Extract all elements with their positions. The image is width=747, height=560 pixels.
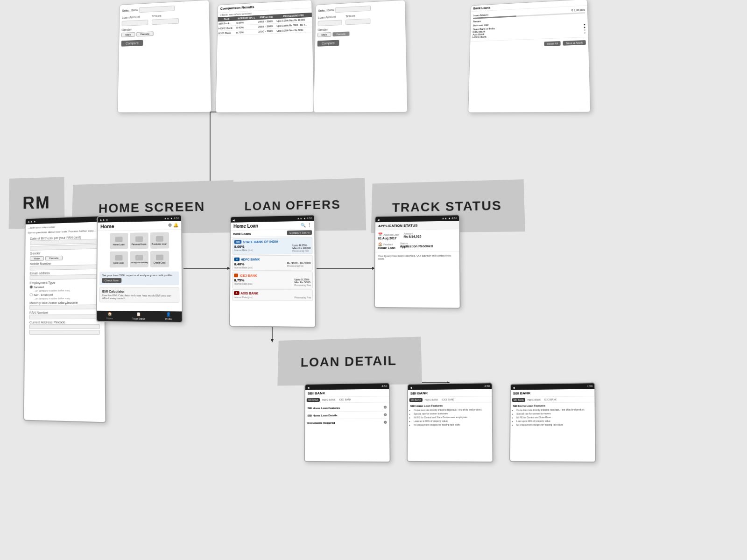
feature-item: Home loan rate directly linked to repo r… [516, 408, 592, 411]
feature-item: Nil prepayment charges for floating rate… [414, 423, 490, 427]
product-value: Home Loan [378, 246, 395, 250]
male-form[interactable]: Male [30, 256, 44, 261]
sbi-features-label1: SBI Home Loan Features [308, 406, 340, 410]
hdfc-fee-label: Processing Fee [287, 264, 311, 267]
icici-tab2[interactable]: ICICI BANK [440, 398, 455, 401]
sbi-fee-label: Processing Fee [292, 249, 310, 252]
credit-card-icon[interactable]: Credit Card [150, 251, 169, 267]
loan-offers-phone: ◀▲▲ ▲ 4:50 Home Loan 🔍 ⋮ Bank Loans Comp… [229, 214, 316, 328]
feature-item: Loan up to 90% of property value [516, 420, 592, 423]
hdfc-tab3[interactable]: HDFC BANK [526, 398, 542, 402]
axis-fee-label: Processing Fee [295, 296, 311, 299]
sbi-features-expand1[interactable]: ⚙ [383, 405, 387, 409]
credit-text: Get your free CIBIL report and analyse y… [102, 274, 177, 277]
profile-tab[interactable]: 👤Profile [165, 312, 172, 321]
hdfc-rate-label: Interest Rate (p.a) [234, 266, 252, 269]
sbi-details-label1: SBI Home Loan Details [307, 414, 337, 417]
sbi-bank-row[interactable]: SBI STATE BANK OF INDIA 8.00% Interest R… [233, 237, 313, 255]
credit-box: Get your free CIBIL report and analyse y… [99, 272, 179, 285]
axis-bank-row[interactable]: A AXIS BANK Interest Rate (p.a) Processi… [232, 289, 313, 301]
sbi-tab3[interactable]: SBI BANK [512, 398, 525, 402]
home-title-icons: ⚙ 🔔 [168, 223, 178, 227]
sbi-detail-phone-3: ◀4:50 SBI BANK SBI BANK HDFC BANK ICICI … [509, 382, 596, 462]
sbi-badge: SBI [234, 240, 242, 244]
amount-value: Rs 8/14,025 [404, 235, 422, 238]
address-field: Current Address Pincode [29, 321, 100, 335]
loan-detail-label: LOAN DETAIL [277, 337, 422, 386]
home-tab[interactable]: 🏠Home [106, 312, 113, 320]
female-btn-top2[interactable]: Female [332, 31, 349, 36]
loan-amount-right: Loan Amount [473, 13, 488, 16]
bank-filter-right: Bank Loans Loan Amount ₹ 1,00,000 Tenure… [468, 0, 591, 113]
check-now-btn[interactable]: Check Now [102, 278, 121, 283]
feature-item: Home loan rate directly linked to repo r… [414, 408, 489, 411]
compare-btn-top2[interactable]: Compare [317, 40, 339, 47]
sbi-details-expand1[interactable]: ⚙ [383, 413, 387, 417]
icici-tab3[interactable]: ICICI BANK [543, 398, 558, 401]
comparison-results-screen: Comparison Results 3 bank loan offers se… [215, 0, 314, 113]
icici-tab1[interactable]: ICICI BANK [338, 398, 352, 401]
loan-property-icon[interactable]: Loan Against Property [130, 251, 148, 267]
feature-item: Special rate for women borrowers [414, 412, 489, 415]
tenure-label: Tenure [152, 14, 179, 18]
icici-badge: i [234, 273, 238, 277]
canvas: Select Bank Loan Amount Tenure Gender Ma… [0, 0, 747, 560]
female-form[interactable]: Female [45, 256, 63, 261]
loan-title: Home Loan [233, 224, 258, 229]
hdfc-rate: 8.40% [234, 262, 252, 266]
email-field: Email address [30, 271, 99, 280]
gender-field: Gender Male Female [30, 250, 99, 261]
personal-loan-icon[interactable]: Personal Loan [130, 232, 148, 249]
applied-date-value: 01 Aug 2017 [378, 237, 399, 240]
home-phone: ▲▲ ▲▲▲ ▲ 4:50 Home ⚙ 🔔 Home Loan Persona… [96, 214, 183, 323]
home-icons-row1: Home Loan Personal Loan Business Loan [98, 230, 182, 252]
sbi-name: STATE BANK OF INDIA [243, 240, 278, 244]
home-title: Home [100, 224, 114, 229]
feature-item: Loan up to 90% of property value [414, 420, 490, 423]
hdfc-badge: H [234, 258, 239, 261]
hdfc-tab1[interactable]: HDFC BANK [321, 398, 337, 402]
female-btn-top1[interactable]: Female [136, 31, 153, 36]
compare-btn-top1[interactable]: Compare [121, 40, 143, 47]
sbi-tab2[interactable]: SBI BANK [409, 398, 423, 402]
home-icons-row2: Gold Loan Loan Against Property Credit C… [97, 251, 181, 270]
emi-title: EMI Calculator [102, 290, 176, 293]
sbi-tab1[interactable]: SBI BANK [307, 398, 320, 402]
axis-rate-label: Interest Rate (p.a) [234, 296, 253, 299]
tenure-label-2: Tenure [345, 14, 370, 18]
sbi-detail-phone-1: ◀4:50 SBI BANK SBI BANK HDFC BANK ICICI … [304, 382, 391, 462]
feature-item: Nil PE for Central and State Government … [414, 415, 489, 419]
sbi-detail-phone-2: ◀4:50 SBI BANK SBI BANK HDFC BANK ICICI … [407, 382, 493, 462]
top-filter-screen-1: Select Bank Loan Amount Tenure Gender Ma… [117, 0, 211, 113]
male-btn-top2[interactable]: Male [317, 32, 331, 37]
hdfc-tab2[interactable]: HDFC BANK [423, 398, 439, 402]
save-apply-btn[interactable]: Save & Apply [563, 40, 586, 46]
dob-field: Date of Birth (as per your PAN card) [30, 235, 99, 245]
loan-amount-value: ₹ 1,00,000 [571, 8, 585, 12]
compare-loans-btn[interactable]: Compare Loans [287, 230, 312, 235]
icici-bank-row[interactable]: i ICICI BANK 8.75% Interest Rate (p.a) U… [232, 272, 313, 289]
home-bottom-bar: 🏠Home 📋Track Status 👤Profile [97, 311, 182, 322]
track-status-phone: ◀▲▲ ▲ 4:50 APPLICATION STATUS 📅 Applied … [374, 214, 461, 308]
home-loan-icon[interactable]: Home Loan [110, 233, 128, 249]
top-filter-screen-2: Select Bank Loan Amount Tenure Gender Ma… [313, 0, 408, 113]
status-message: Your Query has been received. Our adviso… [375, 251, 459, 262]
sbi-rate-label: Interest Rate (p.a) [234, 249, 253, 252]
gold-loan-icon[interactable]: Gold Loan [109, 251, 127, 267]
applied-date-block: 📅 Applied Date 01 Aug 2017 [378, 232, 399, 240]
status-block: Status Application Received [400, 242, 433, 250]
form-phone: ▲▲ ▲4:50 ...with your information Some q… [23, 215, 106, 423]
track-tab[interactable]: 📋Track Status [132, 312, 145, 321]
svg-marker-9 [271, 339, 274, 343]
male-btn-top1[interactable]: Male [121, 32, 135, 37]
reset-all-btn[interactable]: Reset All [544, 41, 561, 46]
emi-text: Use the EMI Calculator to know how much … [102, 294, 176, 300]
bank-loans-subtitle: Bank Loans [233, 232, 251, 235]
business-loan-icon[interactable]: Business Loan [150, 232, 169, 249]
hdfc-bank-row[interactable]: H HDFC BANK 8.40% Interest Rate (p.a) Rs… [232, 255, 312, 271]
hdfc-name: HDFC BANK [241, 258, 260, 261]
sbi-fee: Upto 0.25%Max Rs 10000 [292, 244, 310, 249]
emi-box: EMI Calculator Use the EMI Calculator to… [99, 287, 179, 303]
icici-fee-label: Processing Fee [295, 284, 311, 287]
sbi-docs-expand1[interactable]: ⚙ [384, 420, 387, 425]
